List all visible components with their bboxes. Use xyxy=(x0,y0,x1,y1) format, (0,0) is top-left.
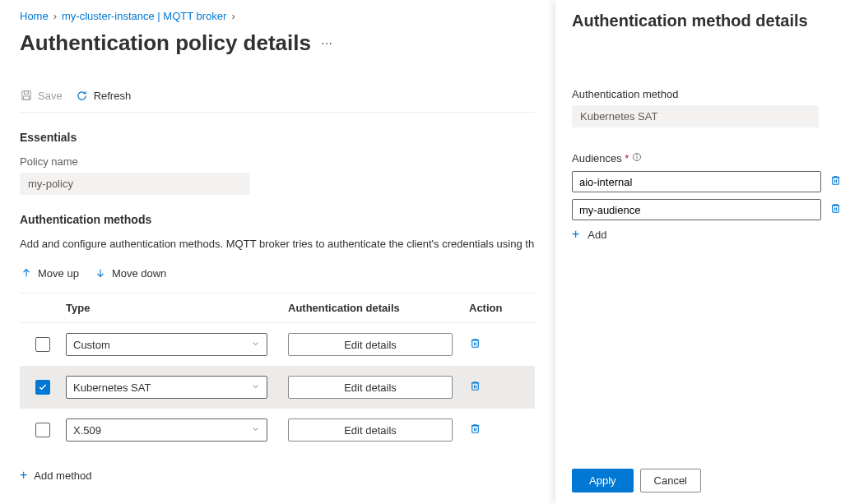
panel-title: Authentication method details xyxy=(555,0,850,39)
breadcrumb-home[interactable]: Home xyxy=(20,10,49,22)
plus-icon: + xyxy=(572,227,579,242)
svg-point-7 xyxy=(637,155,638,155)
breadcrumb: Home › my-cluster-instance | MQTT broker… xyxy=(20,10,535,22)
edit-details-button[interactable]: Edit details xyxy=(288,376,453,399)
type-value: Kubernetes SAT xyxy=(73,381,151,394)
type-select[interactable]: Kubernetes SAT xyxy=(66,376,267,399)
auth-method-label: Authentication method xyxy=(572,88,842,100)
edit-details-button[interactable]: Edit details xyxy=(288,333,453,356)
table-row: CustomEdit details xyxy=(20,323,535,366)
delete-icon[interactable] xyxy=(829,174,842,189)
chevron-right-icon: › xyxy=(53,10,57,22)
svg-rect-3 xyxy=(472,340,479,347)
refresh-button[interactable]: Refresh xyxy=(76,89,132,102)
svg-rect-2 xyxy=(24,96,30,99)
refresh-icon xyxy=(76,89,89,102)
col-type: Type xyxy=(66,302,288,314)
delete-icon[interactable] xyxy=(469,382,481,395)
delete-icon[interactable] xyxy=(829,202,842,217)
svg-rect-8 xyxy=(833,178,839,184)
info-icon[interactable] xyxy=(632,152,642,164)
add-audience-button[interactable]: + Add xyxy=(572,227,842,242)
row-checkbox[interactable] xyxy=(35,380,50,395)
audience-row xyxy=(572,171,842,192)
table-header: Type Authentication details Action xyxy=(20,293,535,323)
save-icon xyxy=(20,89,33,102)
delete-icon[interactable] xyxy=(469,425,481,437)
save-label: Save xyxy=(38,90,63,102)
refresh-label: Refresh xyxy=(94,90,132,102)
methods-description: Add and configure authentication methods… xyxy=(20,238,535,250)
audiences-label: Audiences * xyxy=(572,152,842,164)
table-row: Kubernetes SATEdit details xyxy=(20,366,535,409)
audience-input[interactable] xyxy=(572,171,821,192)
more-actions-icon[interactable]: ⋯ xyxy=(321,37,333,50)
type-select[interactable]: Custom xyxy=(66,333,267,356)
breadcrumb-instance[interactable]: my-cluster-instance | MQTT broker xyxy=(62,10,226,22)
edit-details-button[interactable]: Edit details xyxy=(288,418,453,442)
chevron-down-icon xyxy=(251,424,260,437)
arrow-up-icon xyxy=(20,266,33,280)
save-button[interactable]: Save xyxy=(20,89,63,102)
policy-name-label: Policy name xyxy=(20,155,535,168)
svg-rect-4 xyxy=(472,383,479,390)
type-select[interactable]: X.509 xyxy=(66,418,267,442)
policy-name-field xyxy=(20,173,250,195)
essentials-heading: Essentials xyxy=(20,131,535,144)
move-up-button[interactable]: Move up xyxy=(20,266,79,280)
apply-button[interactable]: Apply xyxy=(572,469,634,492)
type-value: X.509 xyxy=(73,424,101,437)
auth-method-field xyxy=(572,105,819,127)
svg-rect-5 xyxy=(472,426,479,432)
row-checkbox[interactable] xyxy=(35,337,50,352)
table-row: X.509Edit details xyxy=(20,409,535,451)
delete-icon[interactable] xyxy=(469,340,481,352)
plus-icon: + xyxy=(20,468,27,483)
row-checkbox[interactable] xyxy=(35,423,50,437)
methods-heading: Authentication methods xyxy=(20,213,535,226)
col-details: Authentication details xyxy=(288,302,469,314)
page-title: Authentication policy details xyxy=(20,30,311,56)
svg-rect-9 xyxy=(833,206,839,212)
svg-rect-1 xyxy=(24,91,28,95)
type-value: Custom xyxy=(73,339,110,351)
audience-input[interactable] xyxy=(572,199,821,220)
move-up-label: Move up xyxy=(38,267,79,280)
audience-row xyxy=(572,199,842,220)
add-method-label: Add method xyxy=(34,469,91,482)
details-panel: Authentication method details Authentica… xyxy=(555,0,850,504)
chevron-down-icon xyxy=(251,339,260,351)
add-method-button[interactable]: + Add method xyxy=(20,468,535,483)
move-down-label: Move down xyxy=(112,267,166,280)
col-action: Action xyxy=(469,302,535,314)
chevron-down-icon xyxy=(251,381,260,394)
toolbar: Save Refresh xyxy=(20,89,535,113)
add-audience-label: Add xyxy=(588,229,606,241)
chevron-right-icon: › xyxy=(231,10,235,22)
cancel-button[interactable]: Cancel xyxy=(640,469,701,492)
arrow-down-icon xyxy=(94,266,107,280)
move-down-button[interactable]: Move down xyxy=(94,266,166,280)
required-indicator: * xyxy=(625,152,629,164)
